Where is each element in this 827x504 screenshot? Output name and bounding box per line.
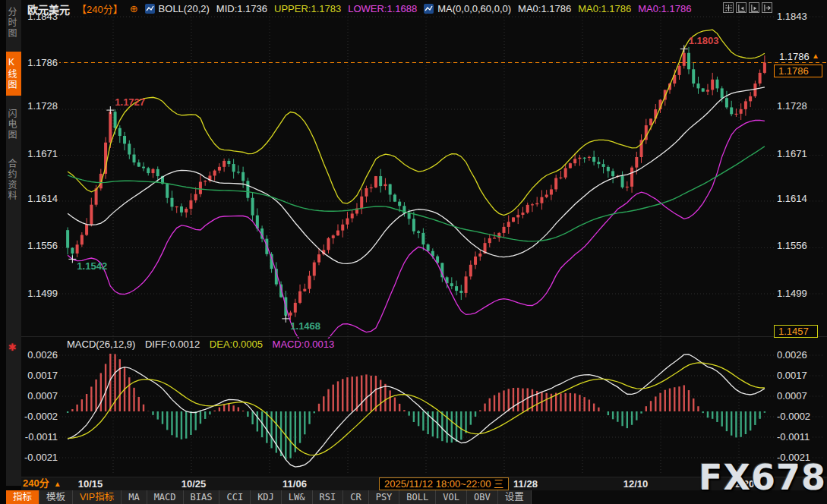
timeframe-selector[interactable]: 240分▲: [23, 477, 62, 490]
tab-template[interactable]: 模板: [39, 490, 73, 504]
candlestick-series: [66, 47, 766, 320]
tab-obv[interactable]: OBV: [467, 490, 498, 504]
extreme-cross-marker: [106, 106, 114, 114]
price-up-arrow-icon: ▲: [812, 52, 819, 60]
date-tick: 12/10: [623, 478, 649, 490]
panel-divider: [21, 336, 827, 337]
boll-lower-line: [68, 120, 765, 348]
macd-tick-right: 0.0026: [775, 349, 809, 361]
tab-vip-indicator[interactable]: VIP指标: [73, 490, 122, 504]
tab-ma[interactable]: MA: [122, 490, 147, 504]
price-tick-left: 1.1499: [23, 288, 59, 299]
ma-indicator-name: MA(0,0,0,60,0,0): [437, 3, 511, 14]
boll-chart-thumb-icon: [145, 4, 155, 14]
ma-chart-thumb-icon: [424, 4, 434, 14]
zoom-in-x-button[interactable]: [749, 2, 759, 13]
macd-diff-value: DIFF:0.0012: [145, 339, 200, 350]
period-label: 【240分】: [77, 2, 123, 16]
price-tick-left: 1.1786: [23, 57, 59, 68]
macd-tick-left: -0.0002: [23, 411, 59, 422]
macd-tick-left: 0.0017: [23, 370, 59, 381]
macd-tick-left: 0.0007: [23, 390, 59, 402]
indicator-tabbar: 指标 模板 VIP指标 MA MACD BIAS CCI KDJ LW& RSI…: [6, 490, 532, 504]
boll-mid-line: [68, 87, 765, 263]
price-tick-right: 1.1843: [775, 11, 809, 22]
trading-app-window: 1.17271.18031.15421.1468 欧元美元 【240分】 ⊕ B…: [0, 0, 827, 504]
zoom-out-x-button[interactable]: [736, 2, 747, 13]
boll-upper-value: UPPER:1.1783: [274, 3, 341, 14]
price-tick-right: 1.1556: [775, 240, 809, 251]
macd-value: MACD:0.0013: [273, 339, 335, 350]
sidebar-item-lightning-chart[interactable]: 闪电图: [6, 103, 21, 146]
move-crosshair-button[interactable]: [723, 2, 734, 13]
macd-tick-right: -0.0002: [775, 411, 812, 422]
macd-tick-left: -0.0021: [23, 452, 59, 463]
boll-lower-value: LOWER:1.1688: [348, 3, 417, 14]
add-indicator-icon[interactable]: ⊕: [130, 3, 138, 14]
ma0-magenta-value: MA0:1.1786: [638, 3, 691, 14]
tab-lw[interactable]: LW&: [282, 490, 313, 504]
last-price-label: 1.1786: [778, 51, 811, 62]
selected-candle-datetime: 2025/11/12 18:00~22:00 三: [379, 477, 509, 490]
tab-indicator[interactable]: 指标: [6, 490, 39, 504]
date-tick: 10/15: [78, 478, 103, 490]
chart-toolbar: [723, 2, 772, 13]
extreme-cross-marker: [680, 45, 688, 52]
tab-kdj[interactable]: KDJ: [251, 490, 282, 504]
date-tick: 11/28: [513, 478, 538, 490]
tab-psy[interactable]: PSY: [369, 490, 400, 504]
tab-vol[interactable]: VOL: [436, 490, 467, 504]
macd-header: MACD(26,12,9) DIFF:0.0012 DEA:0.0005 MAC…: [67, 339, 341, 350]
left-sidebar: 分时图 K线图 闪电图 合约资料: [0, 0, 21, 504]
price-tick-right: 1.1614: [775, 193, 809, 204]
low-price-badge: 1.1457: [774, 325, 818, 338]
sidebar-item-kline-chart[interactable]: K线图: [6, 52, 21, 96]
sidebar-item-time-chart[interactable]: 分时图: [6, 2, 21, 44]
macd-tick-right: 0.0007: [775, 390, 809, 402]
macd-histogram: [68, 354, 765, 467]
tab-rsi[interactable]: RSI: [313, 490, 344, 504]
macd-tick-right: -0.0011: [775, 431, 811, 443]
ma0-yellow-value: MA0:1.1786: [578, 3, 631, 14]
symbol-title: 欧元美元: [27, 2, 70, 17]
current-price-badge: 1.1786: [774, 65, 822, 77]
price-tick-right: 1.1671: [775, 148, 809, 159]
price-tick-left: 1.1556: [23, 240, 59, 251]
overlay-lines: [68, 30, 765, 349]
price-annotation: 1.1542: [77, 260, 107, 272]
tab-cci[interactable]: CCI: [219, 490, 251, 504]
pan-right-button[interactable]: [762, 2, 772, 13]
tab-macd[interactable]: MACD: [147, 490, 184, 504]
macd-dea-value: DEA:0.0005: [210, 339, 263, 350]
price-tick-left: 1.1614: [23, 193, 59, 204]
date-tick: 11/06: [283, 478, 307, 490]
timeframe-label: 240分: [23, 477, 49, 489]
price-tick-right: 1.1499: [775, 288, 809, 299]
macd-tick-left: 0.0026: [23, 349, 59, 361]
tab-boll[interactable]: BOLL: [399, 490, 436, 504]
boll-upper-line: [68, 30, 765, 215]
price-annotation: 1.1468: [290, 320, 320, 332]
price-tick-left: 1.1671: [23, 148, 59, 159]
tab-cr[interactable]: CR: [343, 490, 368, 504]
price-annotation: 1.1727: [115, 96, 145, 108]
ma0-white-value: MA0:1.1786: [518, 3, 571, 14]
boll-indicator-name: BOLL(20,2): [159, 3, 210, 14]
price-tick-left: 1.1728: [23, 100, 59, 112]
boll-mid-value: MID:1.1736: [216, 3, 267, 14]
macd-tick-left: -0.0011: [23, 431, 59, 443]
sidebar-item-contract-info[interactable]: 合约资料: [6, 153, 21, 206]
price-tick-right: 1.1728: [775, 100, 809, 112]
tab-bias[interactable]: BIAS: [184, 490, 220, 504]
macd-tick-right: 0.0017: [775, 370, 809, 381]
fx678-watermark: FX678: [699, 457, 826, 498]
price-annotation: 1.1803: [689, 35, 719, 46]
date-tick: 10/25: [181, 478, 207, 490]
timeframe-up-arrow-icon: ▲: [54, 480, 62, 488]
macd-indicator-name: MACD(26,12,9): [67, 339, 135, 350]
price-chart-canvas[interactable]: 1.17271.18031.15421.1468: [0, 0, 827, 504]
alarm-icon[interactable]: ✱: [8, 342, 17, 353]
chart-header: 欧元美元 【240分】 ⊕ BOLL(20,2) MID:1.1736 UPPE…: [27, 2, 698, 15]
tab-settings[interactable]: 设置: [498, 490, 532, 504]
